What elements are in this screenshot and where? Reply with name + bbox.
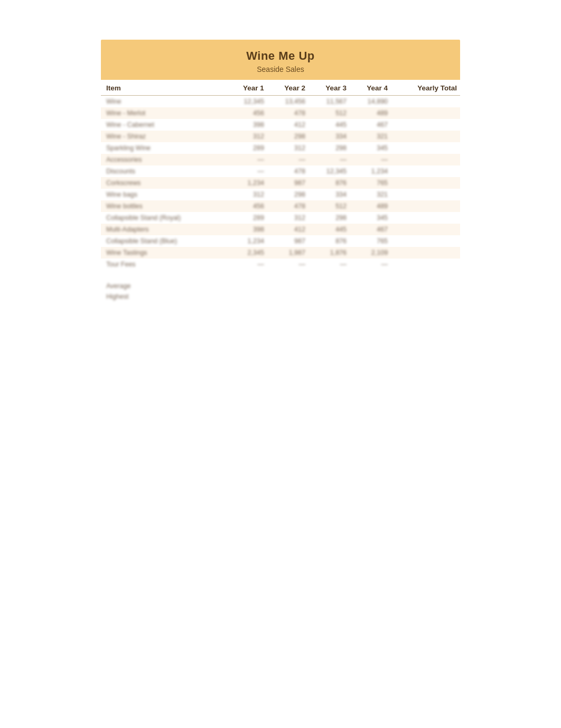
table-body: Wine12,34513,45611,56714,890Wine - Merlo… xyxy=(101,96,460,271)
cell-item: Sparkling Wine xyxy=(101,142,226,154)
cell-year-1: 398 xyxy=(226,224,267,235)
cell-year-5 xyxy=(391,131,460,142)
cell-year-2: 987 xyxy=(267,177,308,189)
cell-item: Accessories xyxy=(101,154,226,165)
cell-year-4: 467 xyxy=(350,119,391,131)
cell-item: Collapsible Stand (Blue) xyxy=(101,235,226,247)
cell-year-4: 321 xyxy=(350,131,391,142)
page: Wine Me Up Seaside Sales Item Year 1 Yea… xyxy=(0,0,561,728)
cell-year-3: 334 xyxy=(308,189,350,200)
cell-year-1: 2,345 xyxy=(226,247,267,259)
cell-item: Wine - Merlot xyxy=(101,107,226,119)
cell-item: Wine - Shiraz xyxy=(101,131,226,142)
table-row: Sparkling Wine289312298345 xyxy=(101,142,460,154)
cell-year-3: 298 xyxy=(308,142,350,154)
cell-year-4: 765 xyxy=(350,177,391,189)
cell-year-4: — xyxy=(350,154,391,165)
col-header-year1: Year 1 xyxy=(226,80,267,96)
cell-item: Tour Fees xyxy=(101,259,226,270)
cell-year-2: — xyxy=(267,259,308,270)
cell-year-3: — xyxy=(308,154,350,165)
cell-year-3: 876 xyxy=(308,235,350,247)
cell-year-3: 1,876 xyxy=(308,247,350,259)
cell-year-4: — xyxy=(350,259,391,270)
cell-year-1: 456 xyxy=(226,107,267,119)
cell-year-3: 11,567 xyxy=(308,96,350,108)
cell-year-2: 312 xyxy=(267,212,308,224)
table-row: Wine - Merlot456478512489 xyxy=(101,107,460,119)
cell-item: Wine xyxy=(101,96,226,108)
cell-year-5 xyxy=(391,247,460,259)
cell-year-4: 467 xyxy=(350,224,391,235)
cell-year-5 xyxy=(391,119,460,131)
cell-year-4: 2,109 xyxy=(350,247,391,259)
cell-year-1: 1,234 xyxy=(226,235,267,247)
table-row: Wine12,34513,45611,56714,890 xyxy=(101,96,460,108)
table-row: Multi-Adapters398412445467 xyxy=(101,224,460,235)
footer-section: Average Highest xyxy=(101,281,460,302)
col-header-yearly-total: Yearly Total xyxy=(391,80,460,96)
table-row: Wine - Cabernet398412445467 xyxy=(101,119,460,131)
cell-year-1: 398 xyxy=(226,119,267,131)
cell-year-5 xyxy=(391,165,460,177)
cell-year-4: 14,890 xyxy=(350,96,391,108)
col-header-year4: Year 4 xyxy=(350,80,391,96)
cell-year-1: 456 xyxy=(226,200,267,212)
cell-year-4: 489 xyxy=(350,200,391,212)
table-row: Tour Fees———— xyxy=(101,259,460,270)
table-row: Collapsible Stand (Blue)1,234987876765 xyxy=(101,235,460,247)
col-header-year3: Year 3 xyxy=(308,80,350,96)
cell-year-1: — xyxy=(226,259,267,270)
report-header: Wine Me Up Seaside Sales xyxy=(101,40,460,80)
cell-year-3: 445 xyxy=(308,119,350,131)
col-header-item: Item xyxy=(101,80,226,96)
cell-year-2: 298 xyxy=(267,189,308,200)
cell-year-5 xyxy=(391,154,460,165)
cell-item: Wine - Cabernet xyxy=(101,119,226,131)
cell-year-4: 345 xyxy=(350,212,391,224)
col-header-year2: Year 2 xyxy=(267,80,308,96)
table-header-row: Item Year 1 Year 2 Year 3 Year 4 Yearly … xyxy=(101,80,460,96)
cell-year-2: 298 xyxy=(267,131,308,142)
cell-year-1: — xyxy=(226,165,267,177)
cell-item: Collapsible Stand (Royal) xyxy=(101,212,226,224)
cell-year-2: 987 xyxy=(267,235,308,247)
cell-year-2: 1,987 xyxy=(267,247,308,259)
cell-year-5 xyxy=(391,142,460,154)
report-container: Wine Me Up Seaside Sales Item Year 1 Yea… xyxy=(101,40,460,728)
cell-year-4: 489 xyxy=(350,107,391,119)
cell-year-2: 412 xyxy=(267,224,308,235)
cell-year-3: 298 xyxy=(308,212,350,224)
cell-year-3: 512 xyxy=(308,200,350,212)
table-row: Wine bags312298334321 xyxy=(101,189,460,200)
cell-year-3: 512 xyxy=(308,107,350,119)
cell-year-2: 478 xyxy=(267,165,308,177)
cell-item: Wine bags xyxy=(101,189,226,200)
cell-year-4: 765 xyxy=(350,235,391,247)
cell-year-4: 345 xyxy=(350,142,391,154)
cell-item: Corkscrews xyxy=(101,177,226,189)
cell-year-5 xyxy=(391,189,460,200)
cell-year-2: — xyxy=(267,154,308,165)
table-row: Corkscrews1,234987876765 xyxy=(101,177,460,189)
report-subtitle: Seaside Sales xyxy=(106,65,455,73)
cell-year-1: 312 xyxy=(226,189,267,200)
cell-year-2: 312 xyxy=(267,142,308,154)
cell-year-5 xyxy=(391,212,460,224)
report-title: Wine Me Up xyxy=(106,49,455,63)
table-row: Discounts—47812,3451,234 xyxy=(101,165,460,177)
cell-year-5 xyxy=(391,259,460,270)
table-row: Wine Tastings2,3451,9871,8762,109 xyxy=(101,247,460,259)
cell-year-3: 334 xyxy=(308,131,350,142)
cell-year-1: 312 xyxy=(226,131,267,142)
cell-year-5 xyxy=(391,235,460,247)
cell-year-5 xyxy=(391,107,460,119)
cell-year-5 xyxy=(391,96,460,108)
table-row: Wine - Shiraz312298334321 xyxy=(101,131,460,142)
cell-item: Discounts xyxy=(101,165,226,177)
cell-item: Wine bottles xyxy=(101,200,226,212)
footer-average: Average xyxy=(106,281,460,291)
table-row: Wine bottles456478512489 xyxy=(101,200,460,212)
cell-year-2: 13,456 xyxy=(267,96,308,108)
cell-year-3: 12,345 xyxy=(308,165,350,177)
